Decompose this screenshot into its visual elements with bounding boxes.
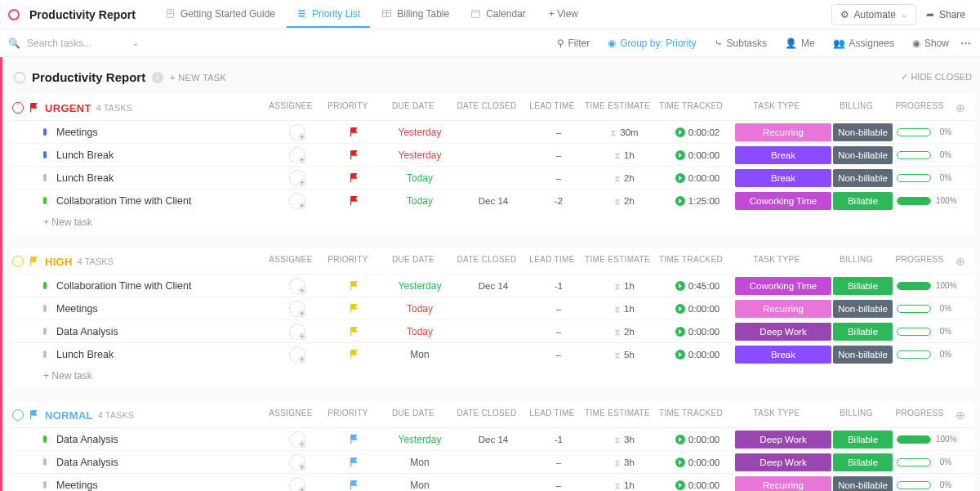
column-header[interactable]: ASSIGNEE xyxy=(262,101,319,114)
time-tracked[interactable]: 0:00:00 xyxy=(661,300,734,318)
task-row[interactable]: Collaboration Time with ClientYesterdayD… xyxy=(11,274,975,297)
column-header[interactable]: DATE CLOSED xyxy=(450,255,523,268)
tab-billing-table[interactable]: Billing Table xyxy=(372,2,459,28)
progress-bar[interactable]: 0% xyxy=(893,480,959,489)
task-name[interactable]: Collaboration Time with Client xyxy=(56,280,269,292)
due-date[interactable]: Mon xyxy=(383,346,457,364)
automate-button[interactable]: ⚙ Automate ⌄ xyxy=(831,4,916,25)
column-header[interactable]: ASSIGNEE xyxy=(262,408,319,422)
priority-flag[interactable] xyxy=(326,169,383,187)
task-type-pill[interactable]: Break xyxy=(735,346,831,364)
due-date[interactable]: Mon xyxy=(383,476,457,492)
add-view-button[interactable]: + View xyxy=(539,2,588,28)
task-name[interactable]: Collaboration Time with Client xyxy=(56,195,269,207)
task-name[interactable]: Lunch Break xyxy=(56,172,269,184)
column-header[interactable]: LEAD TIME xyxy=(523,408,581,422)
status-square-icon[interactable] xyxy=(43,151,47,158)
progress-bar[interactable]: 0% xyxy=(893,127,959,136)
row-more-button[interactable] xyxy=(959,476,975,492)
task-row[interactable]: Lunch BreakYesterday–1h0:00:00BreakNon-b… xyxy=(11,143,975,166)
assignee-icon[interactable] xyxy=(289,124,305,141)
assignee-icon[interactable] xyxy=(289,346,305,363)
new-task-row[interactable]: + New task xyxy=(11,365,975,383)
time-estimate[interactable]: 2h xyxy=(587,192,661,210)
time-tracked[interactable]: 0:00:00 xyxy=(661,169,734,187)
billing-pill[interactable]: Non-billable xyxy=(833,346,893,364)
column-header[interactable]: TIME TRACKED xyxy=(654,101,728,114)
play-icon[interactable] xyxy=(675,127,685,137)
due-date[interactable]: Today xyxy=(383,300,457,318)
column-header[interactable]: TASK TYPE xyxy=(728,255,826,268)
subtasks-button[interactable]: ⤷Subtasks xyxy=(708,34,773,52)
column-header[interactable]: ASSIGNEE xyxy=(262,255,319,268)
billing-pill[interactable]: Non-billable xyxy=(833,300,893,318)
task-row[interactable]: MeetingsYesterday–30m0:00:02RecurringNon… xyxy=(11,120,975,143)
due-date[interactable]: Today xyxy=(383,169,457,187)
time-tracked[interactable]: 0:00:02 xyxy=(661,123,734,141)
row-more-button[interactable] xyxy=(959,453,975,471)
progress-bar[interactable]: 0% xyxy=(893,458,959,466)
add-column-button[interactable]: ⊕ xyxy=(952,255,969,268)
add-column-button[interactable]: ⊕ xyxy=(952,101,969,114)
task-type-pill[interactable]: Deep Work xyxy=(735,323,831,341)
time-estimate[interactable]: 1h xyxy=(587,277,661,295)
column-header[interactable]: TIME ESTIMATE xyxy=(581,101,654,114)
collapse-icon[interactable] xyxy=(12,256,24,267)
time-tracked[interactable]: 0:45:00 xyxy=(661,277,734,295)
info-icon[interactable]: i xyxy=(152,72,163,83)
due-date[interactable]: Mon xyxy=(383,453,457,471)
time-estimate[interactable]: 30m xyxy=(587,123,661,141)
share-button[interactable]: ➦ Share xyxy=(920,5,972,25)
play-icon[interactable] xyxy=(675,196,685,206)
column-header[interactable]: DUE DATE xyxy=(376,408,450,422)
due-date[interactable]: Today xyxy=(383,192,457,210)
column-header[interactable]: TIME ESTIMATE xyxy=(581,408,654,422)
priority-flag[interactable] xyxy=(326,476,383,492)
assignees-button[interactable]: 👥Assignees xyxy=(826,34,901,52)
column-header[interactable]: PRIORITY xyxy=(319,255,376,268)
column-header[interactable]: PROGRESS xyxy=(887,255,952,268)
assignee-icon[interactable] xyxy=(289,301,305,317)
progress-bar[interactable]: 0% xyxy=(893,173,959,182)
priority-flag[interactable] xyxy=(326,323,383,341)
column-header[interactable]: TASK TYPE xyxy=(728,408,826,422)
task-type-pill[interactable]: Break xyxy=(735,146,831,164)
column-header[interactable]: BILLING xyxy=(826,101,887,114)
row-more-button[interactable] xyxy=(959,169,975,187)
task-name[interactable]: Lunch Break xyxy=(56,349,269,360)
progress-bar[interactable]: 100% xyxy=(893,435,959,444)
time-estimate[interactable]: 1h xyxy=(587,476,661,492)
task-type-pill[interactable]: Coworking Time xyxy=(735,192,831,210)
due-date[interactable]: Today xyxy=(383,323,457,341)
assignee-icon[interactable] xyxy=(289,170,305,186)
assignee-icon[interactable] xyxy=(289,477,305,492)
collapse-icon[interactable] xyxy=(12,102,24,114)
column-header[interactable]: DATE CLOSED xyxy=(450,408,523,422)
progress-bar[interactable]: 100% xyxy=(893,196,959,205)
group-by-button[interactable]: ◉Group by: Priority xyxy=(601,34,702,52)
add-column-button[interactable]: ⊕ xyxy=(952,408,969,422)
status-square-icon[interactable] xyxy=(43,350,47,358)
filter-button[interactable]: ⚲Filter xyxy=(550,34,597,52)
status-square-icon[interactable] xyxy=(43,128,47,136)
task-name[interactable]: Meetings xyxy=(56,480,269,491)
assignee-icon[interactable] xyxy=(289,147,305,163)
task-row[interactable]: Collaboration Time with ClientTodayDec 1… xyxy=(11,189,975,212)
play-icon[interactable] xyxy=(675,327,685,337)
collapse-icon[interactable] xyxy=(12,409,24,421)
priority-flag[interactable] xyxy=(326,453,383,471)
column-header[interactable]: TIME TRACKED xyxy=(654,255,728,268)
row-more-button[interactable] xyxy=(959,323,975,341)
play-icon[interactable] xyxy=(675,350,685,359)
task-type-pill[interactable]: Deep Work xyxy=(735,453,831,471)
column-header[interactable]: DUE DATE xyxy=(376,101,450,114)
task-name[interactable]: Meetings xyxy=(56,303,269,315)
task-name[interactable]: Lunch Break xyxy=(56,150,269,161)
new-task-button[interactable]: + NEW TASK xyxy=(170,73,226,83)
show-button[interactable]: ◉Show xyxy=(906,34,956,52)
status-square-icon[interactable] xyxy=(43,458,47,466)
priority-flag[interactable] xyxy=(326,146,383,164)
row-more-button[interactable] xyxy=(959,346,975,364)
task-name[interactable]: Data Analysis xyxy=(56,434,269,445)
column-header[interactable]: PRIORITY xyxy=(319,101,376,114)
